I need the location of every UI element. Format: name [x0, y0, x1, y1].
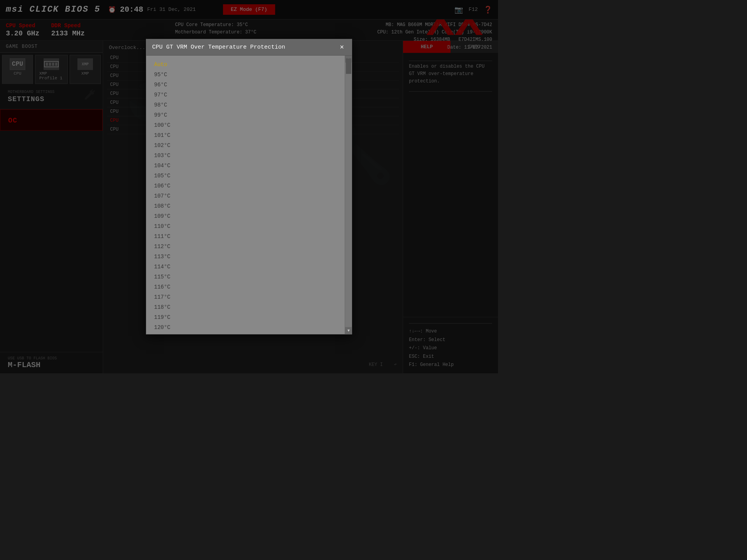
modal-title: CPU GT VRM Over Temperature Protection [152, 44, 285, 51]
temp-option-25[interactable]: 119°C [150, 312, 348, 322]
temp-option-9[interactable]: 103°C [150, 150, 348, 161]
temp-option-0[interactable]: Auto [150, 60, 348, 70]
modal-header: CPU GT VRM Over Temperature Protection × [146, 39, 352, 56]
temp-option-18[interactable]: 112°C [150, 242, 348, 252]
temp-option-7[interactable]: 101°C [150, 130, 348, 140]
temp-option-21[interactable]: 115°C [150, 272, 348, 282]
scrollbar-thumb[interactable] [346, 58, 351, 74]
temp-list: Auto95°C96°C97°C98°C99°C100°C101°C102°C1… [150, 60, 348, 334]
modal-dialog: CPU GT VRM Over Temperature Protection ×… [146, 39, 352, 334]
temp-option-20[interactable]: 114°C [150, 262, 348, 272]
temp-option-11[interactable]: 105°C [150, 171, 348, 181]
temp-option-15[interactable]: 109°C [150, 211, 348, 221]
temp-option-23[interactable]: 117°C [150, 292, 348, 302]
temp-option-16[interactable]: 110°C [150, 221, 348, 231]
temp-option-24[interactable]: 118°C [150, 302, 348, 312]
temp-option-8[interactable]: 102°C [150, 140, 348, 150]
scroll-down-button[interactable]: ▼ [345, 327, 352, 334]
temp-option-22[interactable]: 116°C [150, 282, 348, 292]
temp-option-2[interactable]: 96°C [150, 80, 348, 90]
temp-option-12[interactable]: 106°C [150, 181, 348, 191]
modal-body: Auto95°C96°C97°C98°C99°C100°C101°C102°C1… [146, 56, 352, 334]
temp-option-14[interactable]: 108°C [150, 201, 348, 211]
temp-option-3[interactable]: 97°C [150, 90, 348, 100]
temp-option-13[interactable]: 107°C [150, 191, 348, 201]
scrollbar[interactable]: ▲ ▼ [345, 56, 352, 334]
modal-close-button[interactable]: × [338, 43, 346, 51]
temp-option-4[interactable]: 98°C [150, 100, 348, 110]
temp-option-17[interactable]: 111°C [150, 231, 348, 242]
temp-option-6[interactable]: 100°C [150, 120, 348, 130]
temp-option-5[interactable]: 99°C [150, 110, 348, 120]
temp-option-1[interactable]: 95°C [150, 70, 348, 80]
temp-option-19[interactable]: 113°C [150, 252, 348, 262]
temp-option-10[interactable]: 104°C [150, 161, 348, 171]
modal-overlay: CPU GT VRM Over Temperature Protection ×… [0, 0, 498, 373]
temp-option-26[interactable]: 120°C [150, 322, 348, 332]
temp-option-27[interactable]: 121°C [150, 332, 348, 334]
